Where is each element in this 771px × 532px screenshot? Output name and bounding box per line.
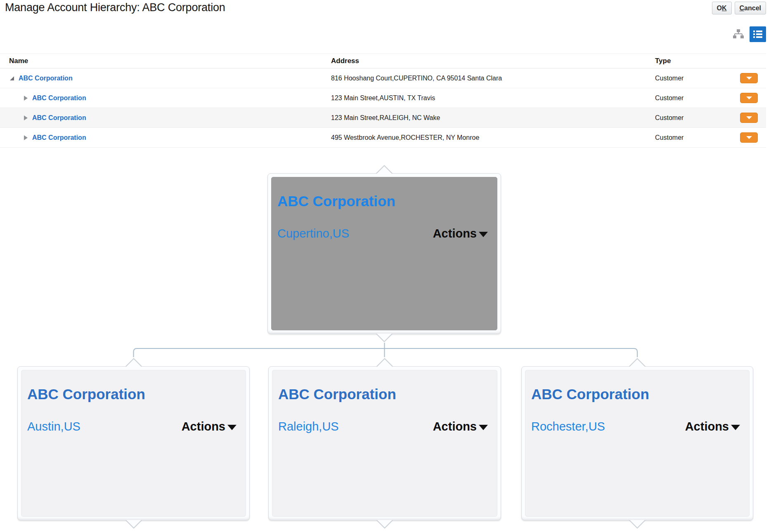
list-view-button[interactable] xyxy=(750,26,766,42)
expand-arrow-icon[interactable] xyxy=(24,96,28,101)
expand-arrow-icon[interactable] xyxy=(24,135,28,140)
row-actions-dropdown-button[interactable] xyxy=(740,73,758,83)
expand-arrow-icon[interactable] xyxy=(10,76,14,80)
view-toolbar xyxy=(732,26,766,42)
node-name-link[interactable]: ABC Corporation xyxy=(531,386,743,403)
ok-button[interactable]: OK xyxy=(712,2,732,14)
node-name-link[interactable]: ABC Corporation xyxy=(277,193,491,210)
table-row: ABC Corporation 123 Main Street,RALEIGH,… xyxy=(0,108,766,128)
org-chart-view-button[interactable] xyxy=(732,28,745,40)
hierarchy-node-child[interactable]: ABC Corporation Austin,US Actions xyxy=(17,366,250,520)
table-row: ABC Corporation 816 Hooshang Court,CUPER… xyxy=(0,68,766,88)
caret-down-icon xyxy=(731,425,740,430)
table-row: ABC Corporation 123 Main Street,AUSTIN, … xyxy=(0,88,766,108)
type-cell: Customer xyxy=(651,94,736,102)
cancel-button[interactable]: Cancel xyxy=(735,2,766,14)
node-location: Raleigh,US xyxy=(278,420,339,433)
caret-down-icon xyxy=(479,425,488,430)
row-actions-dropdown-button[interactable] xyxy=(740,93,758,103)
address-cell: 123 Main Street,AUSTIN, TX Travis xyxy=(326,94,651,102)
type-cell: Customer xyxy=(651,114,736,122)
caret-down-icon xyxy=(479,232,488,237)
column-header-address: Address xyxy=(326,57,651,65)
type-cell: Customer xyxy=(651,75,736,82)
hierarchy-node-child[interactable]: ABC Corporation Rochester,US Actions xyxy=(521,366,753,520)
type-cell: Customer xyxy=(651,134,736,141)
org-chart-icon xyxy=(733,28,744,40)
list-icon xyxy=(753,30,763,39)
node-name-link[interactable]: ABC Corporation xyxy=(278,386,491,403)
caret-down-icon xyxy=(746,77,752,80)
row-actions-dropdown-button[interactable] xyxy=(740,113,758,123)
table-body: ABC Corporation 816 Hooshang Court,CUPER… xyxy=(0,68,766,148)
column-header-name: Name xyxy=(0,57,326,65)
node-location: Rochester,US xyxy=(531,420,605,433)
address-cell: 123 Main Street,RALEIGH, NC Wake xyxy=(326,114,651,122)
hierarchy-node-child[interactable]: ABC Corporation Raleigh,US Actions xyxy=(268,366,501,520)
row-actions-dropdown-button[interactable] xyxy=(740,132,758,143)
address-cell: 495 Westbrook Avenue,ROCHESTER, NY Monro… xyxy=(326,134,651,141)
caret-down-icon xyxy=(227,425,237,430)
column-header-type: Type xyxy=(651,57,736,65)
account-name-link[interactable]: ABC Corporation xyxy=(32,94,86,102)
table-row: ABC Corporation 495 Westbrook Avenue,ROC… xyxy=(0,128,766,148)
node-actions-menu[interactable]: Actions xyxy=(433,420,488,433)
table-header-row: Name Address Type xyxy=(0,54,766,68)
account-name-link[interactable]: ABC Corporation xyxy=(32,134,86,141)
header-buttons: OK Cancel xyxy=(712,2,766,14)
caret-down-icon xyxy=(746,116,752,119)
node-location: Austin,US xyxy=(27,420,80,433)
node-name-link[interactable]: ABC Corporation xyxy=(27,386,240,403)
hierarchy-node-root[interactable]: ABC Corporation Cupertino,US Actions xyxy=(267,173,501,334)
hierarchy-table: Name Address Type ABC Corporation 816 Ho… xyxy=(0,54,766,148)
caret-down-icon xyxy=(746,136,752,139)
account-name-link[interactable]: ABC Corporation xyxy=(32,114,86,122)
node-actions-menu[interactable]: Actions xyxy=(685,420,740,433)
page-title: Manage Account Hierarchy: ABC Corporatio… xyxy=(5,1,225,14)
node-actions-menu[interactable]: Actions xyxy=(433,227,488,240)
expand-arrow-icon[interactable] xyxy=(24,115,28,120)
node-location: Cupertino,US xyxy=(277,227,349,240)
caret-down-icon xyxy=(746,97,752,99)
address-cell: 816 Hooshang Court,CUPERTINO, CA 95014 S… xyxy=(326,75,651,82)
node-actions-menu[interactable]: Actions xyxy=(182,420,237,433)
account-name-link[interactable]: ABC Corporation xyxy=(19,75,73,82)
